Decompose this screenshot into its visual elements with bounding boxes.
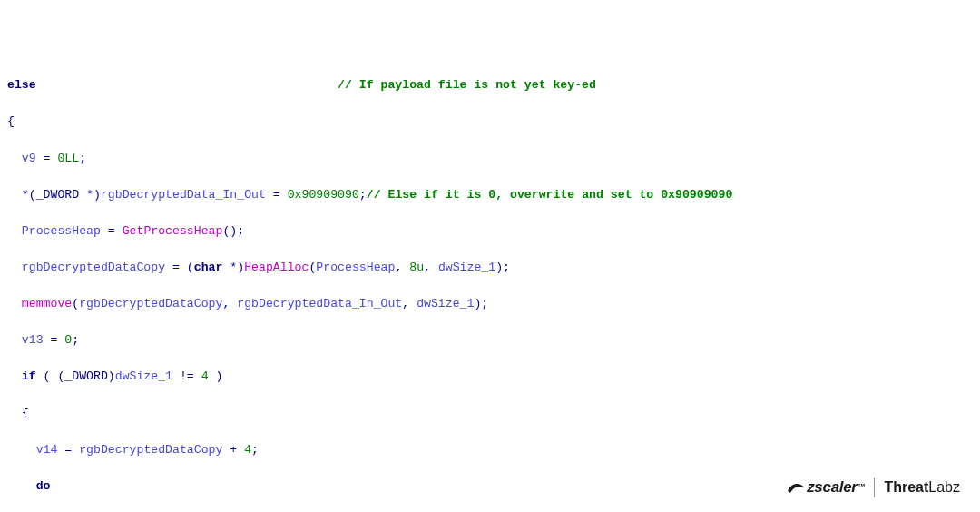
comment: // If payload file is not yet key-ed	[338, 78, 596, 92]
code-line: *(_DWORD *)rgbDecryptedData_In_Out = 0x9…	[7, 186, 973, 204]
zscaler-swoosh-icon	[787, 480, 805, 495]
api-call: memmove	[22, 297, 72, 310]
code-line: v9 = 0LL;	[7, 150, 973, 168]
watermark: zscaler™ ThreatLabz	[787, 476, 960, 499]
code-line: {	[7, 404, 973, 422]
threatlabz-logo: ThreatLabz	[884, 477, 960, 498]
code-line: rgbDecryptedDataCopy = (char *)HeapAlloc…	[7, 259, 973, 277]
code-line: v14 = rgbDecryptedDataCopy + 4;	[7, 441, 973, 459]
zscaler-logo: zscaler™	[787, 476, 865, 499]
code-line: else // If payload file is not yet key-e…	[7, 76, 973, 94]
api-call: GetProcessHeap	[122, 224, 223, 238]
api-call: HeapAlloc	[244, 261, 309, 274]
code-line: if ( (_DWORD)dwSize_1 != 4 )	[7, 368, 973, 386]
code-line: {	[7, 113, 973, 131]
separator	[874, 478, 875, 497]
code-line: ProcessHeap = GetProcessHeap();	[7, 222, 973, 241]
code-line: memmove(rgbDecryptedDataCopy, rgbDecrypt…	[7, 295, 973, 313]
comment: // Else if it is 0, overwrite and set to…	[367, 188, 733, 202]
code-line: v13 = 0;	[7, 331, 973, 350]
